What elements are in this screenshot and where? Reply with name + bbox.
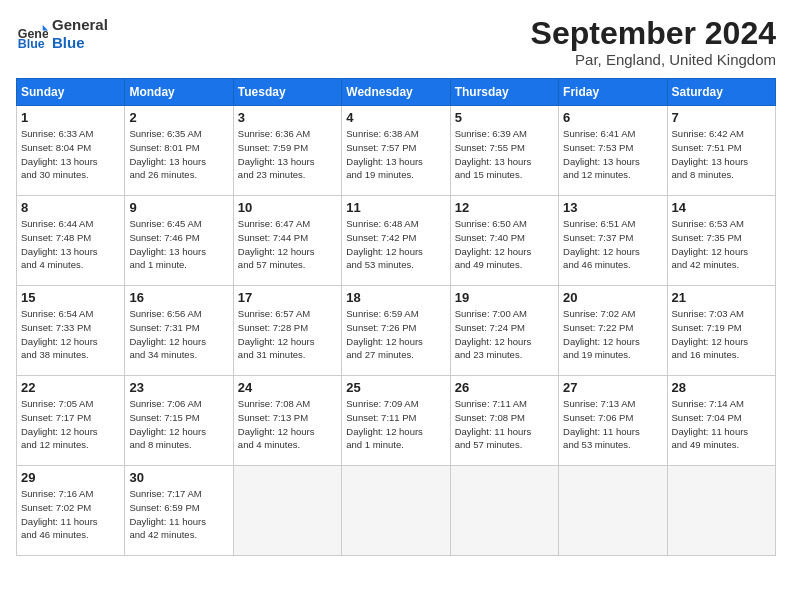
day-number: 25 (346, 380, 445, 395)
logo-blue: Blue (52, 34, 108, 52)
day-number: 13 (563, 200, 662, 215)
day-number: 4 (346, 110, 445, 125)
day-info: Sunrise: 6:54 AM Sunset: 7:33 PM Dayligh… (21, 307, 120, 362)
calendar-day-header: Friday (559, 79, 667, 106)
logo: General Blue General Blue (16, 16, 108, 52)
logo-general: General (52, 16, 108, 34)
calendar-day-cell (342, 466, 450, 556)
day-number: 19 (455, 290, 554, 305)
calendar-day-cell: 14Sunrise: 6:53 AM Sunset: 7:35 PM Dayli… (667, 196, 775, 286)
day-info: Sunrise: 6:39 AM Sunset: 7:55 PM Dayligh… (455, 127, 554, 182)
day-number: 2 (129, 110, 228, 125)
day-number: 26 (455, 380, 554, 395)
calendar-week-row: 29Sunrise: 7:16 AM Sunset: 7:02 PM Dayli… (17, 466, 776, 556)
day-number: 9 (129, 200, 228, 215)
calendar-day-cell: 6Sunrise: 6:41 AM Sunset: 7:53 PM Daylig… (559, 106, 667, 196)
calendar-day-cell: 8Sunrise: 6:44 AM Sunset: 7:48 PM Daylig… (17, 196, 125, 286)
day-number: 12 (455, 200, 554, 215)
day-number: 21 (672, 290, 771, 305)
day-number: 3 (238, 110, 337, 125)
calendar-week-row: 22Sunrise: 7:05 AM Sunset: 7:17 PM Dayli… (17, 376, 776, 466)
day-info: Sunrise: 6:56 AM Sunset: 7:31 PM Dayligh… (129, 307, 228, 362)
calendar-day-cell: 3Sunrise: 6:36 AM Sunset: 7:59 PM Daylig… (233, 106, 341, 196)
day-number: 15 (21, 290, 120, 305)
location-title: Par, England, United Kingdom (531, 51, 776, 68)
day-info: Sunrise: 7:03 AM Sunset: 7:19 PM Dayligh… (672, 307, 771, 362)
calendar-day-header: Wednesday (342, 79, 450, 106)
logo-icon: General Blue (16, 18, 48, 50)
calendar-day-header: Tuesday (233, 79, 341, 106)
calendar-day-header: Sunday (17, 79, 125, 106)
day-info: Sunrise: 6:45 AM Sunset: 7:46 PM Dayligh… (129, 217, 228, 272)
calendar-day-cell: 22Sunrise: 7:05 AM Sunset: 7:17 PM Dayli… (17, 376, 125, 466)
day-info: Sunrise: 7:00 AM Sunset: 7:24 PM Dayligh… (455, 307, 554, 362)
day-number: 1 (21, 110, 120, 125)
calendar-day-cell: 4Sunrise: 6:38 AM Sunset: 7:57 PM Daylig… (342, 106, 450, 196)
calendar-day-cell: 20Sunrise: 7:02 AM Sunset: 7:22 PM Dayli… (559, 286, 667, 376)
day-number: 30 (129, 470, 228, 485)
day-info: Sunrise: 7:14 AM Sunset: 7:04 PM Dayligh… (672, 397, 771, 452)
day-info: Sunrise: 6:48 AM Sunset: 7:42 PM Dayligh… (346, 217, 445, 272)
title-area: September 2024 Par, England, United King… (531, 16, 776, 68)
month-title: September 2024 (531, 16, 776, 51)
day-info: Sunrise: 7:02 AM Sunset: 7:22 PM Dayligh… (563, 307, 662, 362)
day-info: Sunrise: 6:35 AM Sunset: 8:01 PM Dayligh… (129, 127, 228, 182)
day-number: 20 (563, 290, 662, 305)
day-number: 24 (238, 380, 337, 395)
calendar-week-row: 15Sunrise: 6:54 AM Sunset: 7:33 PM Dayli… (17, 286, 776, 376)
day-info: Sunrise: 6:42 AM Sunset: 7:51 PM Dayligh… (672, 127, 771, 182)
day-number: 27 (563, 380, 662, 395)
day-info: Sunrise: 7:11 AM Sunset: 7:08 PM Dayligh… (455, 397, 554, 452)
day-info: Sunrise: 7:05 AM Sunset: 7:17 PM Dayligh… (21, 397, 120, 452)
day-info: Sunrise: 6:36 AM Sunset: 7:59 PM Dayligh… (238, 127, 337, 182)
calendar-day-header: Monday (125, 79, 233, 106)
day-info: Sunrise: 6:53 AM Sunset: 7:35 PM Dayligh… (672, 217, 771, 272)
calendar-day-cell: 25Sunrise: 7:09 AM Sunset: 7:11 PM Dayli… (342, 376, 450, 466)
day-number: 10 (238, 200, 337, 215)
page-header: General Blue General Blue September 2024… (16, 16, 776, 68)
day-info: Sunrise: 6:51 AM Sunset: 7:37 PM Dayligh… (563, 217, 662, 272)
calendar-day-cell: 2Sunrise: 6:35 AM Sunset: 8:01 PM Daylig… (125, 106, 233, 196)
calendar-day-cell: 9Sunrise: 6:45 AM Sunset: 7:46 PM Daylig… (125, 196, 233, 286)
calendar-day-cell: 7Sunrise: 6:42 AM Sunset: 7:51 PM Daylig… (667, 106, 775, 196)
calendar-day-cell (559, 466, 667, 556)
day-info: Sunrise: 7:06 AM Sunset: 7:15 PM Dayligh… (129, 397, 228, 452)
day-info: Sunrise: 7:08 AM Sunset: 7:13 PM Dayligh… (238, 397, 337, 452)
day-number: 6 (563, 110, 662, 125)
day-info: Sunrise: 6:50 AM Sunset: 7:40 PM Dayligh… (455, 217, 554, 272)
calendar-week-row: 8Sunrise: 6:44 AM Sunset: 7:48 PM Daylig… (17, 196, 776, 286)
day-number: 17 (238, 290, 337, 305)
calendar-week-row: 1Sunrise: 6:33 AM Sunset: 8:04 PM Daylig… (17, 106, 776, 196)
calendar-day-cell: 12Sunrise: 6:50 AM Sunset: 7:40 PM Dayli… (450, 196, 558, 286)
calendar-day-cell: 21Sunrise: 7:03 AM Sunset: 7:19 PM Dayli… (667, 286, 775, 376)
day-info: Sunrise: 7:16 AM Sunset: 7:02 PM Dayligh… (21, 487, 120, 542)
day-info: Sunrise: 6:59 AM Sunset: 7:26 PM Dayligh… (346, 307, 445, 362)
calendar-day-cell: 23Sunrise: 7:06 AM Sunset: 7:15 PM Dayli… (125, 376, 233, 466)
calendar-day-cell: 30Sunrise: 7:17 AM Sunset: 6:59 PM Dayli… (125, 466, 233, 556)
calendar-header-row: SundayMondayTuesdayWednesdayThursdayFrid… (17, 79, 776, 106)
calendar-day-cell: 26Sunrise: 7:11 AM Sunset: 7:08 PM Dayli… (450, 376, 558, 466)
day-info: Sunrise: 7:09 AM Sunset: 7:11 PM Dayligh… (346, 397, 445, 452)
day-number: 7 (672, 110, 771, 125)
calendar-day-cell: 19Sunrise: 7:00 AM Sunset: 7:24 PM Dayli… (450, 286, 558, 376)
calendar-day-cell: 13Sunrise: 6:51 AM Sunset: 7:37 PM Dayli… (559, 196, 667, 286)
day-info: Sunrise: 7:13 AM Sunset: 7:06 PM Dayligh… (563, 397, 662, 452)
calendar-day-cell: 11Sunrise: 6:48 AM Sunset: 7:42 PM Dayli… (342, 196, 450, 286)
calendar-day-cell: 29Sunrise: 7:16 AM Sunset: 7:02 PM Dayli… (17, 466, 125, 556)
calendar-table: SundayMondayTuesdayWednesdayThursdayFrid… (16, 78, 776, 556)
calendar-day-cell: 17Sunrise: 6:57 AM Sunset: 7:28 PM Dayli… (233, 286, 341, 376)
calendar-day-cell: 18Sunrise: 6:59 AM Sunset: 7:26 PM Dayli… (342, 286, 450, 376)
day-number: 11 (346, 200, 445, 215)
calendar-day-cell: 15Sunrise: 6:54 AM Sunset: 7:33 PM Dayli… (17, 286, 125, 376)
day-number: 18 (346, 290, 445, 305)
calendar-day-header: Saturday (667, 79, 775, 106)
day-number: 14 (672, 200, 771, 215)
calendar-day-cell: 10Sunrise: 6:47 AM Sunset: 7:44 PM Dayli… (233, 196, 341, 286)
day-number: 28 (672, 380, 771, 395)
day-info: Sunrise: 6:33 AM Sunset: 8:04 PM Dayligh… (21, 127, 120, 182)
calendar-day-header: Thursday (450, 79, 558, 106)
day-info: Sunrise: 6:38 AM Sunset: 7:57 PM Dayligh… (346, 127, 445, 182)
calendar-day-cell (450, 466, 558, 556)
calendar-day-cell (233, 466, 341, 556)
calendar-day-cell: 24Sunrise: 7:08 AM Sunset: 7:13 PM Dayli… (233, 376, 341, 466)
